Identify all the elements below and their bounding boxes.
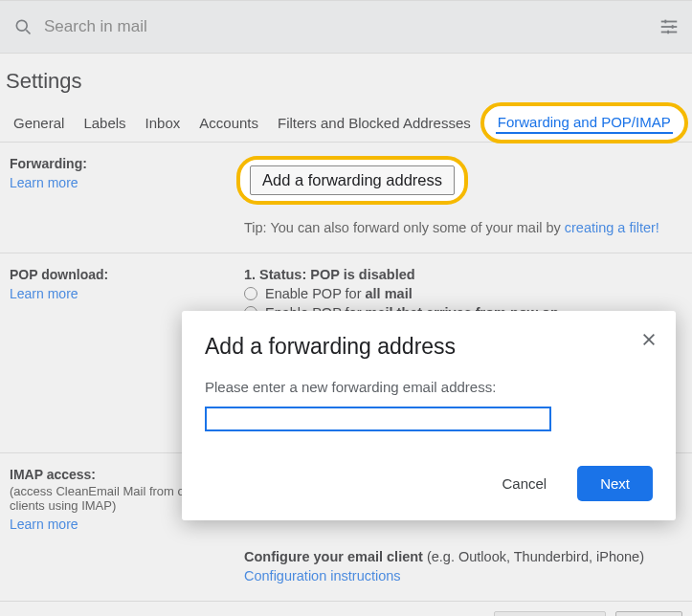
tab-forwarding-pop-imap[interactable]: Forwarding and POP/IMAP bbox=[480, 102, 688, 143]
tab-inbox[interactable]: Inbox bbox=[136, 109, 190, 137]
pop-opt1-bold: all mail bbox=[366, 286, 413, 301]
modal-next-button[interactable]: Next bbox=[577, 466, 653, 501]
save-changes-button: Save Changes bbox=[494, 611, 607, 616]
settings-tabs: General Labels Inbox Accounts Filters an… bbox=[0, 103, 692, 142]
modal-title: Add a forwarding address bbox=[205, 334, 653, 360]
configuration-instructions-link[interactable]: Configuration instructions bbox=[244, 568, 401, 583]
creating-filter-link[interactable]: creating a filter! bbox=[565, 220, 659, 235]
section-forwarding: Forwarding: Learn more Add a forwarding … bbox=[0, 142, 692, 253]
modal-cancel-button[interactable]: Cancel bbox=[492, 468, 556, 499]
tab-general[interactable]: General bbox=[4, 109, 74, 137]
add-forwarding-modal: Add a forwarding address Please enter a … bbox=[182, 311, 676, 520]
search-input[interactable] bbox=[36, 17, 656, 36]
tab-filters[interactable]: Filters and Blocked Addresses bbox=[268, 109, 480, 137]
search-icon[interactable] bbox=[10, 13, 36, 40]
configure-client-rest: (e.g. Outlook, Thunderbird, iPhone) bbox=[423, 549, 644, 564]
pop-opt1-prefix: Enable POP for bbox=[265, 286, 366, 301]
forwarding-tip: Tip: You can also forward only some of y… bbox=[244, 220, 682, 235]
forwarding-tip-text: Tip: You can also forward only some of y… bbox=[244, 220, 565, 235]
close-icon[interactable] bbox=[637, 328, 660, 351]
pop-option-all-mail[interactable]: Enable POP for all mail bbox=[244, 286, 682, 301]
filter-options-icon[interactable] bbox=[656, 13, 682, 40]
tab-accounts[interactable]: Accounts bbox=[190, 109, 268, 137]
pop-learn-more-link[interactable]: Learn more bbox=[10, 286, 78, 301]
page-title: Settings bbox=[0, 54, 692, 103]
tab-addons-partial[interactable]: Ad bbox=[688, 109, 692, 137]
bottom-action-bar: Save Changes Cancel bbox=[0, 601, 692, 616]
configure-client-text: Configure your email client (e.g. Outloo… bbox=[244, 549, 682, 564]
tab-forwarding-label: Forwarding and POP/IMAP bbox=[498, 114, 671, 130]
search-bar bbox=[0, 0, 692, 54]
forwarding-email-input[interactable] bbox=[205, 407, 551, 431]
tab-labels[interactable]: Labels bbox=[74, 109, 135, 137]
add-forwarding-highlight: Add a forwarding address bbox=[236, 156, 468, 205]
add-forwarding-address-button[interactable]: Add a forwarding address bbox=[250, 165, 455, 195]
imap-learn-more-link[interactable]: Learn more bbox=[10, 517, 78, 532]
tab-active-underline bbox=[496, 132, 673, 134]
forwarding-label: Forwarding: bbox=[10, 156, 234, 171]
pop-status-text: 1. Status: POP is disabled bbox=[244, 267, 682, 282]
modal-prompt: Please enter a new forwarding email addr… bbox=[205, 379, 653, 395]
forwarding-learn-more-link[interactable]: Learn more bbox=[10, 175, 78, 190]
cancel-button[interactable]: Cancel bbox=[615, 611, 682, 616]
pop-radio-all-mail[interactable] bbox=[244, 287, 257, 300]
svg-line-1 bbox=[26, 30, 30, 33]
configure-client-bold: Configure your email client bbox=[244, 549, 423, 564]
pop-download-label: POP download: bbox=[10, 267, 234, 282]
svg-point-0 bbox=[16, 20, 27, 31]
